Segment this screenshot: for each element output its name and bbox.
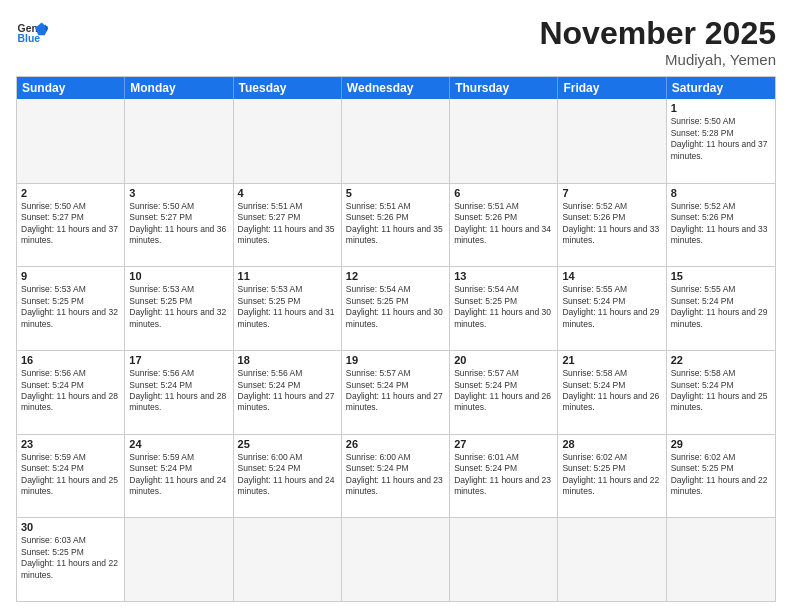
calendar-cell: 20Sunrise: 5:57 AM Sunset: 5:24 PM Dayli… [450, 351, 558, 434]
day-number: 27 [454, 438, 553, 450]
calendar-body: 1Sunrise: 5:50 AM Sunset: 5:28 PM Daylig… [17, 99, 775, 601]
cell-sun-info: Sunrise: 5:57 AM Sunset: 5:24 PM Dayligh… [454, 368, 553, 414]
weekday-header-wednesday: Wednesday [342, 77, 450, 99]
cell-sun-info: Sunrise: 5:55 AM Sunset: 5:24 PM Dayligh… [671, 284, 771, 330]
day-number: 24 [129, 438, 228, 450]
cell-sun-info: Sunrise: 5:51 AM Sunset: 5:26 PM Dayligh… [346, 201, 445, 247]
calendar-cell [450, 518, 558, 601]
cell-sun-info: Sunrise: 5:51 AM Sunset: 5:26 PM Dayligh… [454, 201, 553, 247]
day-number: 23 [21, 438, 120, 450]
day-number: 13 [454, 270, 553, 282]
svg-text:Blue: Blue [18, 33, 41, 44]
calendar-cell: 15Sunrise: 5:55 AM Sunset: 5:24 PM Dayli… [667, 267, 775, 350]
cell-sun-info: Sunrise: 5:53 AM Sunset: 5:25 PM Dayligh… [21, 284, 120, 330]
location: Mudiyah, Yemen [539, 51, 776, 68]
cell-sun-info: Sunrise: 5:54 AM Sunset: 5:25 PM Dayligh… [346, 284, 445, 330]
day-number: 19 [346, 354, 445, 366]
calendar-cell: 24Sunrise: 5:59 AM Sunset: 5:24 PM Dayli… [125, 435, 233, 518]
day-number: 29 [671, 438, 771, 450]
cell-sun-info: Sunrise: 5:55 AM Sunset: 5:24 PM Dayligh… [562, 284, 661, 330]
day-number: 25 [238, 438, 337, 450]
day-number: 21 [562, 354, 661, 366]
day-number: 3 [129, 187, 228, 199]
weekday-header-monday: Monday [125, 77, 233, 99]
calendar-cell: 23Sunrise: 5:59 AM Sunset: 5:24 PM Dayli… [17, 435, 125, 518]
cell-sun-info: Sunrise: 6:03 AM Sunset: 5:25 PM Dayligh… [21, 535, 120, 581]
day-number: 18 [238, 354, 337, 366]
calendar-header: SundayMondayTuesdayWednesdayThursdayFrid… [17, 77, 775, 99]
calendar-cell [234, 518, 342, 601]
calendar-cell: 5Sunrise: 5:51 AM Sunset: 5:26 PM Daylig… [342, 184, 450, 267]
calendar-cell: 1Sunrise: 5:50 AM Sunset: 5:28 PM Daylig… [667, 99, 775, 183]
cell-sun-info: Sunrise: 5:58 AM Sunset: 5:24 PM Dayligh… [671, 368, 771, 414]
day-number: 1 [671, 102, 771, 114]
cell-sun-info: Sunrise: 5:56 AM Sunset: 5:24 PM Dayligh… [238, 368, 337, 414]
cell-sun-info: Sunrise: 5:53 AM Sunset: 5:25 PM Dayligh… [129, 284, 228, 330]
cell-sun-info: Sunrise: 5:54 AM Sunset: 5:25 PM Dayligh… [454, 284, 553, 330]
calendar-cell [234, 99, 342, 183]
day-number: 30 [21, 521, 120, 533]
weekday-header-tuesday: Tuesday [234, 77, 342, 99]
calendar-cell: 8Sunrise: 5:52 AM Sunset: 5:26 PM Daylig… [667, 184, 775, 267]
day-number: 17 [129, 354, 228, 366]
cell-sun-info: Sunrise: 6:00 AM Sunset: 5:24 PM Dayligh… [238, 452, 337, 498]
day-number: 14 [562, 270, 661, 282]
day-number: 2 [21, 187, 120, 199]
calendar-row-2: 2Sunrise: 5:50 AM Sunset: 5:27 PM Daylig… [17, 183, 775, 267]
calendar-cell: 2Sunrise: 5:50 AM Sunset: 5:27 PM Daylig… [17, 184, 125, 267]
logo: General Blue [16, 16, 48, 48]
calendar-cell [667, 518, 775, 601]
cell-sun-info: Sunrise: 5:50 AM Sunset: 5:27 PM Dayligh… [21, 201, 120, 247]
calendar-cell [558, 518, 666, 601]
day-number: 10 [129, 270, 228, 282]
calendar-cell: 26Sunrise: 6:00 AM Sunset: 5:24 PM Dayli… [342, 435, 450, 518]
calendar-cell: 30Sunrise: 6:03 AM Sunset: 5:25 PM Dayli… [17, 518, 125, 601]
cell-sun-info: Sunrise: 5:59 AM Sunset: 5:24 PM Dayligh… [129, 452, 228, 498]
day-number: 6 [454, 187, 553, 199]
cell-sun-info: Sunrise: 5:50 AM Sunset: 5:27 PM Dayligh… [129, 201, 228, 247]
calendar-cell [342, 99, 450, 183]
calendar-row-3: 9Sunrise: 5:53 AM Sunset: 5:25 PM Daylig… [17, 266, 775, 350]
cell-sun-info: Sunrise: 5:52 AM Sunset: 5:26 PM Dayligh… [562, 201, 661, 247]
calendar-cell: 12Sunrise: 5:54 AM Sunset: 5:25 PM Dayli… [342, 267, 450, 350]
calendar-cell [125, 518, 233, 601]
weekday-header-saturday: Saturday [667, 77, 775, 99]
calendar-cell: 4Sunrise: 5:51 AM Sunset: 5:27 PM Daylig… [234, 184, 342, 267]
cell-sun-info: Sunrise: 5:50 AM Sunset: 5:28 PM Dayligh… [671, 116, 771, 162]
day-number: 11 [238, 270, 337, 282]
calendar-cell: 6Sunrise: 5:51 AM Sunset: 5:26 PM Daylig… [450, 184, 558, 267]
calendar-cell: 10Sunrise: 5:53 AM Sunset: 5:25 PM Dayli… [125, 267, 233, 350]
calendar-row-6: 30Sunrise: 6:03 AM Sunset: 5:25 PM Dayli… [17, 517, 775, 601]
day-number: 5 [346, 187, 445, 199]
day-number: 9 [21, 270, 120, 282]
calendar-cell [342, 518, 450, 601]
day-number: 12 [346, 270, 445, 282]
calendar-cell: 3Sunrise: 5:50 AM Sunset: 5:27 PM Daylig… [125, 184, 233, 267]
day-number: 26 [346, 438, 445, 450]
calendar: SundayMondayTuesdayWednesdayThursdayFrid… [16, 76, 776, 602]
calendar-cell: 17Sunrise: 5:56 AM Sunset: 5:24 PM Dayli… [125, 351, 233, 434]
calendar-cell [558, 99, 666, 183]
title-block: November 2025 Mudiyah, Yemen [539, 16, 776, 68]
day-number: 8 [671, 187, 771, 199]
cell-sun-info: Sunrise: 5:58 AM Sunset: 5:24 PM Dayligh… [562, 368, 661, 414]
weekday-header-thursday: Thursday [450, 77, 558, 99]
cell-sun-info: Sunrise: 5:57 AM Sunset: 5:24 PM Dayligh… [346, 368, 445, 414]
calendar-cell: 29Sunrise: 6:02 AM Sunset: 5:25 PM Dayli… [667, 435, 775, 518]
day-number: 20 [454, 354, 553, 366]
header: General Blue November 2025 Mudiyah, Yeme… [16, 16, 776, 68]
weekday-header-friday: Friday [558, 77, 666, 99]
calendar-row-1: 1Sunrise: 5:50 AM Sunset: 5:28 PM Daylig… [17, 99, 775, 183]
weekday-header-sunday: Sunday [17, 77, 125, 99]
calendar-row-5: 23Sunrise: 5:59 AM Sunset: 5:24 PM Dayli… [17, 434, 775, 518]
calendar-cell: 11Sunrise: 5:53 AM Sunset: 5:25 PM Dayli… [234, 267, 342, 350]
calendar-cell: 21Sunrise: 5:58 AM Sunset: 5:24 PM Dayli… [558, 351, 666, 434]
month-title: November 2025 [539, 16, 776, 51]
page: General Blue November 2025 Mudiyah, Yeme… [0, 0, 792, 612]
calendar-cell: 16Sunrise: 5:56 AM Sunset: 5:24 PM Dayli… [17, 351, 125, 434]
cell-sun-info: Sunrise: 5:51 AM Sunset: 5:27 PM Dayligh… [238, 201, 337, 247]
day-number: 15 [671, 270, 771, 282]
day-number: 22 [671, 354, 771, 366]
calendar-cell: 13Sunrise: 5:54 AM Sunset: 5:25 PM Dayli… [450, 267, 558, 350]
cell-sun-info: Sunrise: 5:56 AM Sunset: 5:24 PM Dayligh… [21, 368, 120, 414]
